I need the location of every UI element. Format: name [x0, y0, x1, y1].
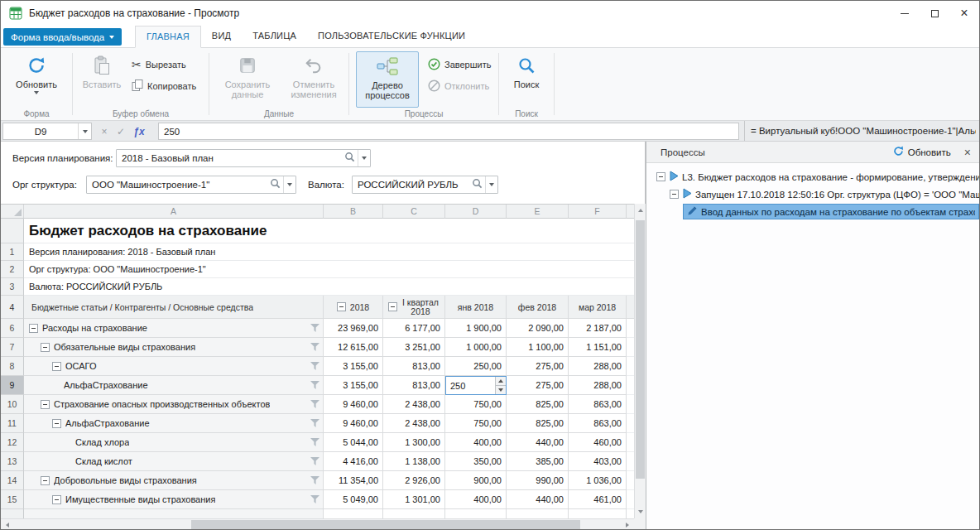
maximize-button[interactable]: [920, 1, 949, 26]
cell-b[interactable]: 9 460,00: [324, 395, 383, 414]
cell-d[interactable]: 750,00: [445, 414, 507, 433]
cell-d[interactable]: 1 900,00: [445, 319, 507, 338]
cell-f[interactable]: 403,00: [569, 452, 627, 471]
cell-e[interactable]: 990,00: [507, 471, 569, 490]
collapse-icon[interactable]: [52, 495, 61, 504]
cell-b[interactable]: 3 155,00: [324, 376, 383, 395]
filter-icon[interactable]: [310, 362, 319, 370]
process-tree-button[interactable]: Дерево процессов: [356, 51, 419, 108]
cell-c[interactable]: 1 138,00: [383, 452, 445, 471]
filter-icon[interactable]: [310, 400, 319, 408]
filter-icon[interactable]: [310, 343, 319, 351]
cell-a[interactable]: Страхование опасных производственных объ…: [24, 395, 324, 414]
value-spinner[interactable]: [495, 377, 506, 394]
cell-f[interactable]: [569, 509, 627, 518]
cell-a[interactable]: АльфаСтрахование: [24, 376, 324, 395]
cell-c[interactable]: 1 301,00: [383, 490, 445, 509]
cell-a[interactable]: [24, 509, 324, 518]
cell-a[interactable]: Имущественные виды страхования: [24, 490, 324, 509]
cell-c[interactable]: 1 300,00: [383, 433, 445, 452]
version-input[interactable]: 2018 - Базовый план: [116, 149, 371, 167]
cell-b[interactable]: 11 354,00: [324, 471, 383, 490]
filter-icon[interactable]: [310, 476, 319, 484]
cell-c[interactable]: 813,00: [383, 376, 445, 395]
column-header-c[interactable]: C: [383, 205, 445, 219]
save-data-button[interactable]: Сохранить данные: [218, 51, 277, 108]
filter-icon[interactable]: [310, 438, 319, 446]
cell-c[interactable]: 2 926,00: [383, 471, 445, 490]
collapse-icon[interactable]: [670, 190, 679, 199]
collapse-icon[interactable]: [52, 419, 61, 428]
cell-c[interactable]: 6 177,00: [383, 319, 445, 338]
tab-user-functions[interactable]: ПОЛЬЗОВАТЕЛЬСКИЕ ФУНКЦИИ: [307, 26, 476, 47]
cell-f[interactable]: 863,00: [569, 414, 627, 433]
cell-e[interactable]: 440,00: [507, 433, 569, 452]
collapse-icon[interactable]: [656, 172, 665, 181]
row-header[interactable]: 15: [1, 490, 24, 509]
currency-dropdown[interactable]: [485, 176, 497, 193]
cell-e[interactable]: 385,00: [507, 452, 569, 471]
collapse-icon[interactable]: [337, 302, 346, 311]
minimize-button[interactable]: [890, 1, 920, 26]
org-dropdown[interactable]: [283, 176, 295, 193]
cell-f[interactable]: 288,00: [569, 376, 627, 395]
spinner-down-button[interactable]: [496, 386, 506, 394]
search-icon[interactable]: [270, 178, 281, 191]
cell-f[interactable]: 288,00: [569, 357, 627, 376]
cell-reference-dropdown[interactable]: [78, 123, 91, 139]
cell-e[interactable]: 825,00: [507, 395, 569, 414]
filter-icon[interactable]: [310, 381, 319, 389]
scroll-right-button[interactable]: [621, 519, 634, 530]
cell-a[interactable]: Обязательные виды страхования: [24, 338, 324, 357]
header-cell-year[interactable]: 2018: [324, 296, 383, 319]
currency-input[interactable]: РОССИЙСКИЙ РУБЛЬ: [352, 176, 498, 194]
process-tree-item[interactable]: Запущен 17.10.2018 12:50:16 Орг. структу…: [646, 186, 979, 203]
header-cell-mar[interactable]: мар 2018: [569, 296, 627, 319]
process-tree-item[interactable]: L3. Бюджет расходов на страхование - фор…: [646, 168, 979, 186]
column-header-e[interactable]: E: [507, 205, 569, 219]
row-header[interactable]: 11: [1, 414, 24, 433]
formula-confirm-button[interactable]: ✓: [113, 123, 128, 140]
cell-b[interactable]: [324, 509, 383, 518]
select-all-corner[interactable]: [1, 205, 24, 219]
cell-c[interactable]: [383, 509, 445, 518]
cell-e[interactable]: 825,00: [507, 414, 569, 433]
cell-a[interactable]: Склад кислот: [24, 452, 324, 471]
cell-a[interactable]: Склад хлора: [24, 433, 324, 452]
cell-f[interactable]: 461,00: [569, 490, 627, 509]
cell-e[interactable]: 440,00: [507, 490, 569, 509]
decline-button[interactable]: Отклонить: [424, 78, 493, 94]
filter-icon[interactable]: [310, 457, 319, 465]
horizontal-scrollbar[interactable]: [1, 518, 634, 530]
processes-close-button[interactable]: ×: [964, 147, 971, 158]
cell-d[interactable]: [445, 509, 507, 518]
cell-d[interactable]: 400,00: [445, 490, 507, 509]
tab-vid[interactable]: ВИД: [201, 26, 242, 47]
version-dropdown[interactable]: [358, 150, 370, 166]
filter-icon[interactable]: [310, 419, 319, 427]
cell-e[interactable]: 1 100,00: [507, 338, 569, 357]
selected-task[interactable]: Ввод данных по расходам на страхование п…: [683, 204, 979, 219]
cell-b[interactable]: 9 460,00: [324, 414, 383, 433]
cell-b[interactable]: 5 044,00: [324, 433, 383, 452]
cell-f[interactable]: 460,00: [569, 433, 627, 452]
row-header[interactable]: 1: [1, 243, 24, 261]
row-header-selected[interactable]: 9: [1, 376, 24, 395]
row-header[interactable]: 6: [1, 319, 24, 338]
scroll-up-button[interactable]: [635, 204, 646, 217]
filter-icon[interactable]: [310, 324, 319, 332]
search-button[interactable]: Поиск: [502, 51, 551, 108]
cell-a[interactable]: Добровольные виды страхования: [24, 471, 324, 490]
cell-f[interactable]: 863,00: [569, 395, 627, 414]
collapse-icon[interactable]: [41, 343, 50, 352]
process-tree-item-selected[interactable]: Ввод данных по расходам на страхование п…: [646, 203, 979, 220]
horizontal-scroll-thumb[interactable]: [191, 520, 580, 530]
collapse-icon[interactable]: [52, 362, 61, 371]
spinner-up-button[interactable]: [496, 377, 506, 386]
header-cell-quarter[interactable]: I квартал 2018: [383, 296, 445, 319]
header-cell-feb[interactable]: фев 2018: [507, 296, 569, 319]
finish-button[interactable]: Завершить: [424, 56, 495, 73]
cell-f[interactable]: 2 187,00: [569, 319, 627, 338]
cell-c[interactable]: 813,00: [383, 357, 445, 376]
header-cell-items[interactable]: Бюджетные статьи / Контрагенты / Основны…: [24, 296, 324, 319]
